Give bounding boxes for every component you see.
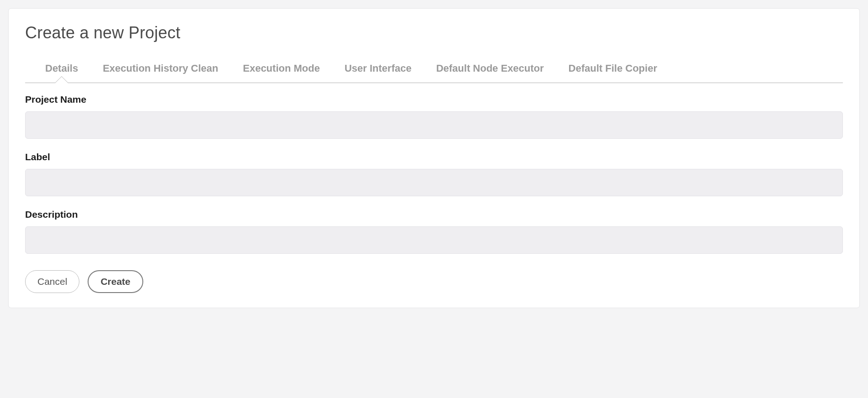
- project-name-label: Project Name: [25, 94, 843, 105]
- description-input[interactable]: [25, 226, 843, 254]
- tab-execution-mode[interactable]: Execution Mode: [243, 59, 320, 83]
- description-label: Description: [25, 209, 843, 220]
- description-group: Description: [25, 209, 843, 254]
- tab-user-interface[interactable]: User Interface: [345, 59, 412, 83]
- page-title: Create a new Project: [25, 23, 843, 42]
- tabs-bar: Details Execution History Clean Executio…: [25, 59, 843, 83]
- tab-default-file-copier[interactable]: Default File Copier: [569, 59, 657, 83]
- create-project-card: Create a new Project Details Execution H…: [8, 8, 860, 308]
- button-row: Cancel Create: [25, 270, 843, 293]
- tab-execution-history-clean[interactable]: Execution History Clean: [103, 59, 218, 83]
- label-group: Label: [25, 152, 843, 196]
- tab-default-node-executor[interactable]: Default Node Executor: [436, 59, 544, 83]
- project-name-group: Project Name: [25, 94, 843, 139]
- cancel-button[interactable]: Cancel: [25, 270, 79, 293]
- project-name-input[interactable]: [25, 111, 843, 139]
- label-input[interactable]: [25, 169, 843, 196]
- form-section: Project Name Label Description Cancel Cr…: [25, 83, 843, 293]
- label-label: Label: [25, 152, 843, 162]
- create-button[interactable]: Create: [88, 270, 143, 293]
- tab-details[interactable]: Details: [45, 59, 78, 83]
